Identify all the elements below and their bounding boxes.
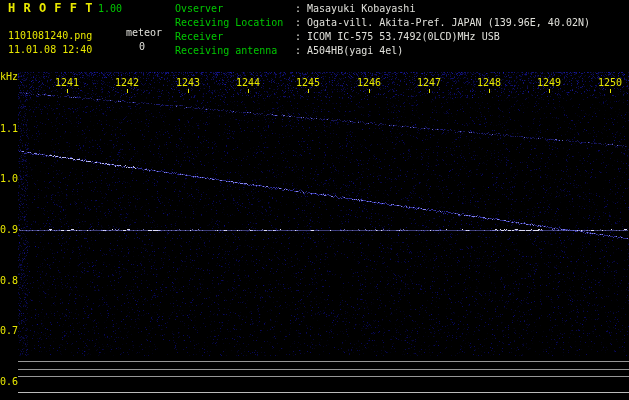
freq-axis-unit: kHz [0, 71, 17, 83]
station-info: Ovserver : Masayuki Kobayashi Receiving … [175, 2, 590, 58]
app-version: 1.00 [98, 3, 122, 15]
info-value: : ICOM IC-575 53.7492(0LCD)MHz USB [295, 30, 500, 44]
time-tick-label: 1247 [415, 77, 443, 89]
info-row-receiver: Receiver : ICOM IC-575 53.7492(0LCD)MHz … [175, 30, 590, 44]
observation-timestamp: 11.01.08 12:40 [8, 44, 92, 56]
info-row-antenna: Receiving antenna : A504HB(yagi 4el) [175, 44, 590, 58]
spectrogram-canvas [0, 0, 629, 400]
time-tick-label: 1241 [53, 77, 81, 89]
time-tick-label: 1244 [234, 77, 262, 89]
freq-tick-label: 0.7 [0, 325, 17, 337]
freq-tick-label: 0.6 [0, 376, 17, 388]
freq-tick-label: 1.0 [0, 173, 17, 185]
app-title: H R O F F T [8, 2, 93, 14]
info-row-location: Receiving Location : Ogata-vill. Akita-P… [175, 16, 590, 30]
info-label: Receiving antenna [175, 44, 295, 58]
output-filename: 1101081240.png [8, 30, 92, 42]
info-label: Ovserver [175, 2, 295, 16]
time-tick-label: 1243 [174, 77, 202, 89]
info-label: Receiving Location [175, 16, 295, 30]
time-tick-label: 1250 [596, 77, 624, 89]
time-tick-label: 1246 [355, 77, 383, 89]
freq-tick-label: 0.8 [0, 275, 17, 287]
time-tick-label: 1248 [475, 77, 503, 89]
info-row-observer: Ovserver : Masayuki Kobayashi [175, 2, 590, 16]
info-label: Receiver [175, 30, 295, 44]
info-value: : Ogata-vill. Akita-Pref. JAPAN (139.96E… [295, 16, 590, 30]
time-tick-label: 1245 [294, 77, 322, 89]
info-value: : A504HB(yagi 4el) [295, 44, 403, 58]
freq-tick-label: 0.9 [0, 224, 17, 236]
meteor-count-value: 0 [139, 41, 145, 53]
time-tick-label: 1249 [535, 77, 563, 89]
time-tick-label: 1242 [113, 77, 141, 89]
info-value: : Masayuki Kobayashi [295, 2, 415, 16]
hrofft-screen: H R O F F T 1.00 1101081240.png meteor 0… [0, 0, 629, 400]
meteor-count-label: meteor [126, 27, 162, 39]
freq-tick-label: 1.1 [0, 123, 17, 135]
